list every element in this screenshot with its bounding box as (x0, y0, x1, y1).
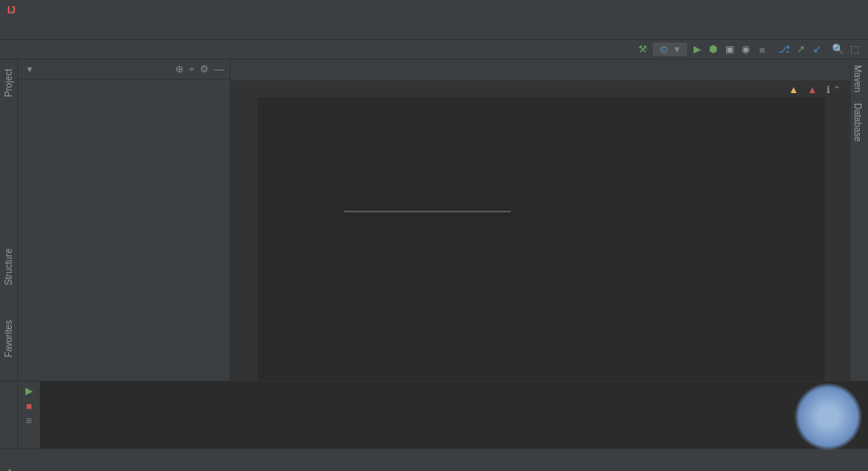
app-icon: IJ (7, 5, 15, 15)
editor-tabs (231, 60, 850, 81)
stop-run-icon[interactable]: ■ (26, 400, 33, 411)
coverage-icon[interactable]: ▣ (723, 43, 736, 56)
database-tool-tab[interactable]: Database (851, 98, 864, 147)
git-update-icon[interactable]: ↙ (810, 43, 823, 56)
select-opened-icon[interactable]: ⊕ (175, 63, 184, 75)
context-menu (344, 211, 511, 212)
inspection-icon[interactable]: ℹ ⌃ (826, 84, 841, 96)
titlebar: IJ (0, 0, 868, 20)
git-status-icon[interactable]: ↻ (7, 467, 15, 472)
project-tool-tab[interactable]: Project (3, 65, 14, 100)
settings-icon[interactable]: ⬚ (848, 43, 861, 56)
project-tree[interactable] (18, 80, 230, 381)
expand-all-icon[interactable]: ÷ (189, 63, 194, 75)
layout-icon[interactable]: ≡ (26, 415, 32, 426)
git-push-icon[interactable]: ↗ (794, 43, 807, 56)
search-icon[interactable]: 🔍 (832, 43, 844, 56)
warnings-badge[interactable]: ▲ (788, 84, 798, 95)
run-icon[interactable]: ▶ (691, 43, 703, 56)
collapse-all-icon[interactable]: ⚙ (200, 63, 209, 75)
navbar: ⚒ © ▾ ▶ ⬢ ▣ ◉ ■ ⎇ ↗ ↙ 🔍 ⬚ (0, 40, 868, 60)
profile-icon[interactable]: ◉ (740, 43, 752, 56)
minimap[interactable] (825, 98, 850, 381)
mascot-overlay[interactable] (794, 382, 863, 451)
hammer-icon[interactable]: ⚒ (637, 43, 649, 56)
right-tool-gutter: Maven Database (850, 60, 868, 381)
left-tool-gutter: Project Structure Favorites (0, 60, 18, 381)
run-panel: ▶ ■ ≡ Run: ▶ (0, 381, 868, 448)
git-icon[interactable]: ⎇ (778, 43, 790, 56)
structure-tool-tab[interactable]: Structure (3, 245, 14, 289)
hide-icon[interactable]: — (214, 63, 224, 75)
debug-icon[interactable]: ⬢ (707, 43, 720, 56)
editor-area: ▲ ▲ ℹ ⌃ (231, 60, 850, 381)
errors-badge[interactable]: ▲ (807, 84, 817, 95)
project-panel: ▾ ⊕ ÷ ⚙ — (18, 60, 231, 381)
stop-icon[interactable]: ■ (756, 43, 769, 56)
rerun-icon[interactable]: ▶ (25, 385, 33, 397)
bottom-tool-tabs (0, 448, 868, 465)
run-config-selector[interactable]: © ▾ (653, 42, 687, 56)
maven-tool-tab[interactable]: Maven (851, 60, 864, 98)
menubar (0, 20, 868, 40)
favorites-tool-tab[interactable]: Favorites (3, 316, 14, 361)
editor[interactable] (231, 98, 850, 381)
statusbar: ↻ (0, 465, 868, 471)
